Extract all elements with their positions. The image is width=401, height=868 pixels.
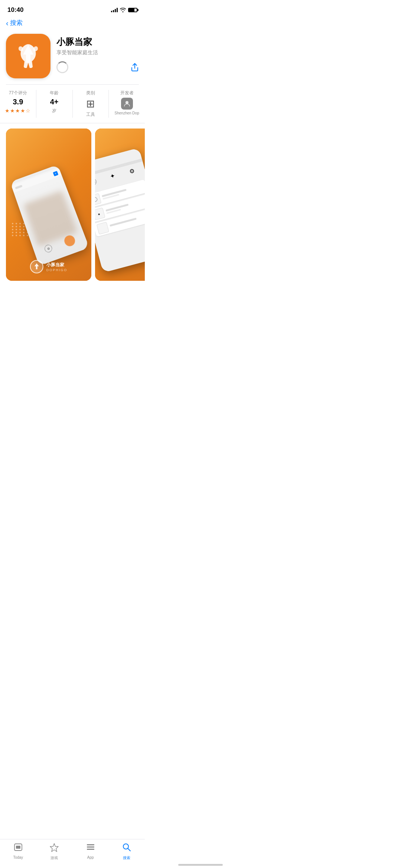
stats-row: 77个评分 3.9 ★★★★☆ 年龄 4+ 岁 类别 ⊞ 工具 开发者 Shen… xyxy=(0,85,145,123)
status-time: 10:40 xyxy=(7,6,23,14)
developer-name: Shenzhen Dop xyxy=(115,111,139,115)
developer-label: 开发者 xyxy=(120,90,134,96)
screenshot-2[interactable]: 设 消息秒 ⊙ xyxy=(95,129,145,281)
star-icons: ★★★★☆ xyxy=(5,108,31,114)
screenshot-1[interactable]: + ⊙ xyxy=(6,129,91,281)
rating-count-label: 77个评分 xyxy=(9,90,27,96)
screenshot-brand: 小豚当家 DOPHIGO xyxy=(30,260,68,273)
wifi-icon xyxy=(120,8,126,12)
category-name: 工具 xyxy=(86,111,95,118)
back-label: 搜索 xyxy=(10,19,23,27)
app-subtitle: 享受智能家庭生活 xyxy=(56,49,139,56)
status-icons xyxy=(111,8,137,12)
app-header: 小豚当家 享受智能家庭生活 xyxy=(0,31,145,84)
share-button[interactable] xyxy=(131,63,139,71)
app-name: 小豚当家 xyxy=(56,36,139,48)
stat-age[interactable]: 年龄 4+ 岁 xyxy=(36,90,73,118)
screenshot2-phone-mockup: ⊙ ✦ ⚙ xyxy=(95,148,145,273)
category-label: 类别 xyxy=(86,90,95,96)
stat-category[interactable]: 类别 ⊞ 工具 xyxy=(73,90,109,118)
app-actions xyxy=(56,61,139,73)
stat-developer[interactable]: 开发者 Shenzhen Dop xyxy=(109,90,145,118)
back-chevron-icon: ‹ xyxy=(6,19,9,27)
developer-icon xyxy=(121,98,133,110)
nav-bar: ‹ 搜索 xyxy=(0,16,145,31)
screenshots-section: + ⊙ xyxy=(0,123,145,281)
age-value: 4+ xyxy=(50,98,59,106)
category-icon: ⊞ xyxy=(86,98,95,110)
app-info: 小豚当家 享受智能家庭生活 xyxy=(56,34,139,73)
svg-point-0 xyxy=(125,101,128,104)
back-button[interactable]: ‹ 搜索 xyxy=(6,19,23,27)
age-unit: 岁 xyxy=(52,108,56,114)
screenshots-row: + ⊙ xyxy=(6,129,145,281)
battery-icon xyxy=(128,8,137,12)
app-icon xyxy=(6,34,50,78)
status-bar: 10:40 xyxy=(0,0,145,16)
rating-value: 3.9 xyxy=(13,98,23,106)
loading-indicator xyxy=(56,61,68,73)
stat-rating[interactable]: 77个评分 3.9 ★★★★☆ xyxy=(0,90,36,118)
age-label: 年龄 xyxy=(50,90,59,96)
signal-icon xyxy=(111,8,118,12)
screenshot-phone-mockup: + ⊙ xyxy=(10,165,89,266)
